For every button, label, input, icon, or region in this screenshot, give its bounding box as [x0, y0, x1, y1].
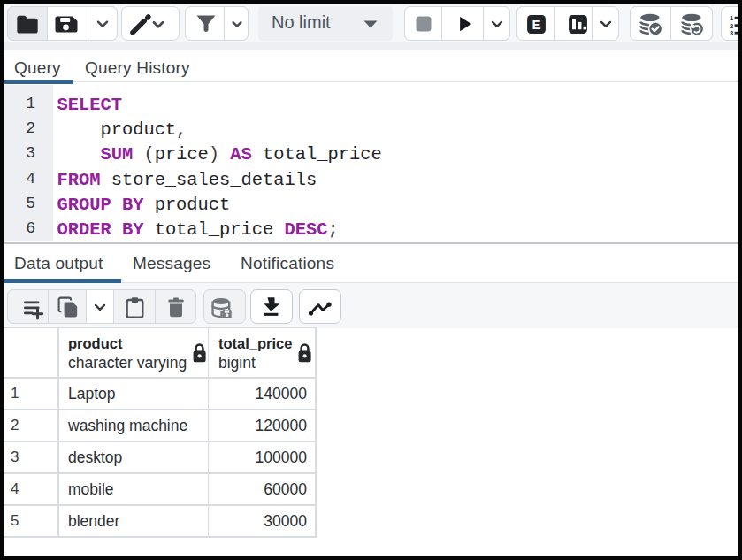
svg-text:E: E: [532, 17, 540, 32]
svg-text:3: 3: [730, 29, 733, 37]
